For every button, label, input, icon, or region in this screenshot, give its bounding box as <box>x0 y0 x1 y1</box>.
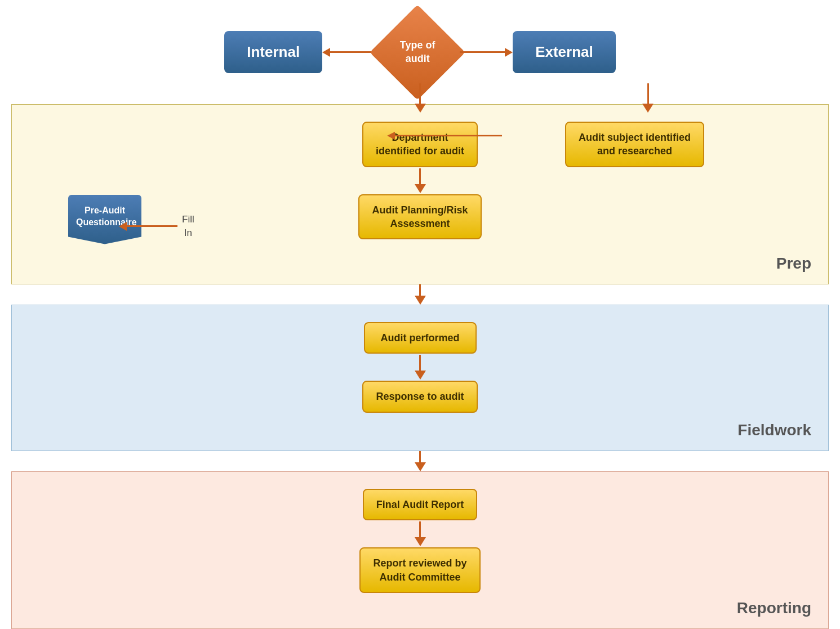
audit-subject-area: Audit subject identified and researched <box>565 122 704 167</box>
right-arrow-line <box>460 51 505 53</box>
diamond-wrapper: Type of audit <box>375 10 460 95</box>
left-arrow <box>322 48 375 57</box>
fill-in-label: Fill In <box>182 213 194 240</box>
dept-identified-box: Department identified for audit <box>362 122 478 167</box>
arrowline-pfw <box>419 284 421 296</box>
arrow-prep-fieldwork <box>11 284 829 305</box>
arrow-head-2 <box>415 371 426 380</box>
left-arrowhead-icon <box>322 48 330 57</box>
fieldwork-inner: Audit performed Response to audit <box>34 322 806 413</box>
response-to-audit-box: Response to audit <box>362 381 477 412</box>
arrow-prep-fw <box>415 284 426 305</box>
final-report-box: Final Audit Report <box>363 489 477 520</box>
down-arrow-3 <box>415 521 426 546</box>
arrowline-fwr <box>419 451 421 462</box>
arrow-head-top-left <box>415 104 426 113</box>
arrowhead-fwr <box>415 462 426 471</box>
left-arrow-line <box>330 51 375 53</box>
right-arrowhead-icon <box>505 48 513 57</box>
top-arrow-left <box>415 83 426 113</box>
internal-box: Internal <box>224 31 322 73</box>
fill-in-area: Fill In <box>119 213 199 240</box>
arrow-head-1 <box>415 184 426 193</box>
planning-box: Audit Planning/Risk Assessment <box>358 194 481 240</box>
down-arrow-1 <box>415 168 426 193</box>
report-reviewed-box: Report reviewed by Audit Committee <box>359 547 480 593</box>
main-flow: Pre-Audit Questionnaire Department ident… <box>0 104 840 629</box>
audit-performed-box: Audit performed <box>364 322 477 354</box>
right-arrow <box>460 48 513 57</box>
arrow-line-1 <box>419 168 421 184</box>
fill-in-arrowhead <box>119 222 127 231</box>
prep-label: Prep <box>776 255 811 273</box>
reporting-section: Final Audit Report Report reviewed by Au… <box>11 471 829 629</box>
arrowhead-pfw <box>415 296 426 305</box>
arrow-line-top-left <box>419 83 421 104</box>
fieldwork-label: Fieldwork <box>737 421 811 439</box>
prep-section: Pre-Audit Questionnaire Department ident… <box>11 104 829 284</box>
arrow-fw-reporting <box>11 451 829 471</box>
arrow-fwr <box>415 451 426 471</box>
fill-in-line <box>127 225 177 227</box>
external-box: External <box>513 31 616 73</box>
top-arrow-right <box>642 83 654 113</box>
arrow-line-top-right <box>647 83 649 104</box>
reporting-inner: Final Audit Report Report reviewed by Au… <box>34 489 806 593</box>
arrow-line-3 <box>419 521 421 537</box>
fieldwork-section: Audit performed Response to audit Fieldw… <box>11 305 829 451</box>
diagram-wrapper: Internal Type of audit External <box>0 0 840 629</box>
arrow-head-top-right <box>642 104 654 113</box>
arrow-head-3 <box>415 537 426 546</box>
down-arrow-2 <box>415 355 426 380</box>
reporting-label: Reporting <box>737 599 811 617</box>
audit-subject-box: Audit subject identified and researched <box>565 122 704 167</box>
arrow-line-2 <box>419 355 421 371</box>
